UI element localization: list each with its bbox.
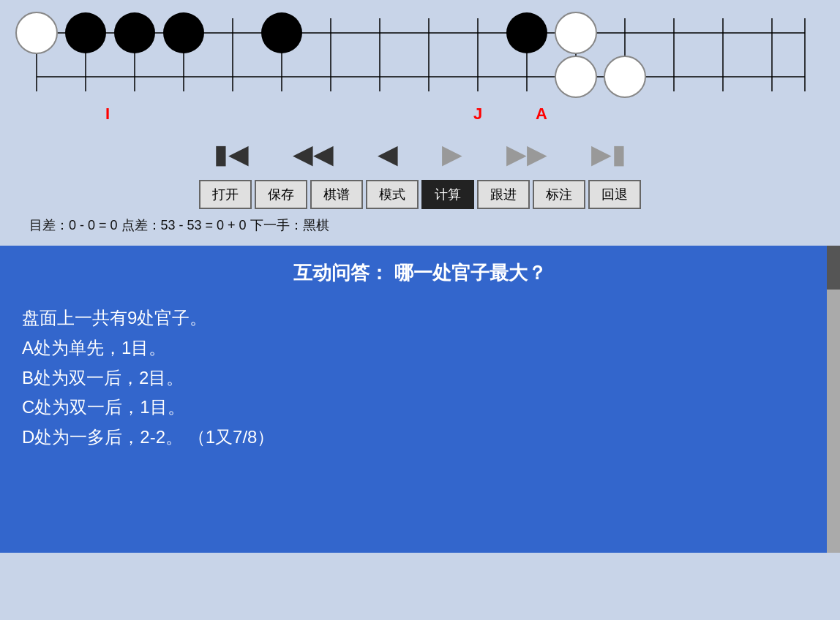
record-button[interactable]: 棋谱 (310, 180, 363, 209)
mode-button[interactable]: 模式 (366, 180, 419, 209)
svg-point-20 (65, 12, 106, 53)
board-section: I J A (0, 0, 840, 124)
calculate-button[interactable]: 计算 (421, 180, 474, 209)
panel-line-4: C处为双一后，1目。 (22, 393, 818, 423)
first-button[interactable]: ▮◀ (214, 139, 249, 170)
forward-button[interactable]: ▶▶ (506, 139, 547, 170)
svg-point-19 (16, 12, 57, 53)
go-board: I J A (15, 7, 825, 124)
svg-text:I: I (105, 105, 110, 123)
toolbar: 打开 保存 棋谱 模式 计算 跟进 标注 回退 (15, 175, 825, 213)
follow-button[interactable]: 跟进 (477, 180, 530, 209)
prev-button[interactable]: ◀ (378, 139, 398, 170)
svg-text:J: J (473, 105, 482, 123)
scrollbar-thumb[interactable] (827, 246, 840, 290)
save-button[interactable]: 保存 (255, 180, 307, 209)
panel-line-3: B处为双一后，2目。 (22, 363, 818, 393)
status-bar: 目差：0 - 0 = 0 点差：53 - 53 = 0 + 0 下一手：黑棋 (15, 213, 825, 237)
status-text: 目差：0 - 0 = 0 点差：53 - 53 = 0 + 0 下一手：黑棋 (29, 218, 329, 232)
svg-point-25 (555, 12, 596, 53)
panel-line-1: 盘面上一共有9处官子。 (22, 303, 818, 333)
svg-point-26 (555, 56, 596, 97)
panel-line-5: D处为一多后，2-2。 （1又7/8） (22, 423, 818, 453)
undo-button[interactable]: 回退 (588, 180, 641, 209)
rewind-button[interactable]: ◀◀ (293, 139, 334, 170)
svg-text:A: A (536, 105, 547, 123)
svg-point-24 (506, 12, 547, 53)
open-button[interactable]: 打开 (199, 180, 252, 209)
playback-controls: ▮◀ ◀◀ ◀ ▶ ▶▶ ▶▮ (15, 133, 825, 175)
panel-title: 互动问答： 哪一处官子最大？ (22, 260, 818, 286)
panel-content: 盘面上一共有9处官子。 A处为单先，1目。 B处为双一后，2目。 C处为双一后，… (22, 303, 818, 453)
controls-section: ▮◀ ◀◀ ◀ ▶ ▶▶ ▶▮ 打开 保存 棋谱 模式 计算 跟进 标注 回退 … (0, 124, 840, 246)
text-panel: 互动问答： 哪一处官子最大？ 盘面上一共有9处官子。 A处为单先，1目。 B处为… (0, 246, 840, 553)
panel-line-2: A处为单先，1目。 (22, 333, 818, 363)
svg-point-22 (163, 12, 204, 53)
svg-point-21 (114, 12, 155, 53)
svg-point-23 (261, 12, 302, 53)
board-grid-svg: I J A (15, 7, 825, 124)
last-button[interactable]: ▶▮ (591, 139, 626, 170)
mark-button[interactable]: 标注 (533, 180, 585, 209)
scrollbar[interactable] (827, 246, 840, 553)
svg-point-27 (604, 56, 645, 97)
next-button[interactable]: ▶ (442, 139, 462, 170)
